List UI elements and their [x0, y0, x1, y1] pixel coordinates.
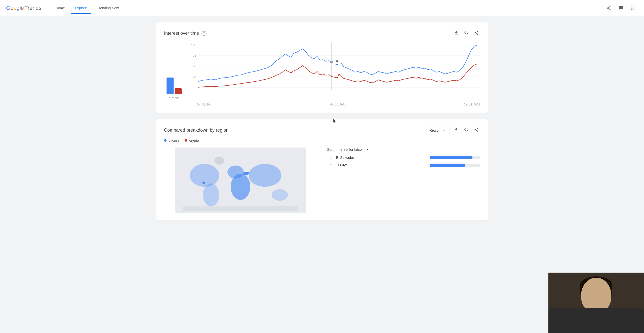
average-bars: [167, 76, 182, 94]
svg-point-14: [249, 164, 281, 187]
nav-home[interactable]: Home: [52, 4, 69, 12]
world-map-area: [164, 147, 317, 213]
interest-card-title: Interest over time: [164, 31, 199, 36]
x-axis-labels: Jun 16, 20... Mar 14, 2021 Dec 11, 2022: [189, 101, 480, 106]
download-region-icon[interactable]: [453, 126, 460, 134]
legend-label-crypto: crypto: [189, 138, 199, 142]
legend-label-bitcoin: bitcoin: [169, 138, 179, 142]
chevron-down-icon: [442, 128, 446, 132]
svg-point-13: [227, 166, 244, 179]
svg-point-16: [203, 183, 219, 206]
nav-explore[interactable]: Explore: [71, 4, 91, 12]
download-icon[interactable]: [453, 29, 460, 38]
embed-region-icon[interactable]: [463, 126, 470, 134]
chart-container: Average 100 75 50 25: [164, 43, 480, 106]
region-card-title: Compared breakdown by region: [164, 128, 228, 133]
region-dropdown[interactable]: Region: [426, 127, 450, 134]
rank-bar-container-1: [430, 156, 480, 159]
apps-icon[interactable]: [628, 3, 638, 13]
svg-text:25: 25: [193, 75, 197, 79]
sort-row: Sort: Interest for bitcoin: [327, 147, 480, 152]
google-logo: Google: [6, 5, 24, 11]
region-breakdown-card: Compared breakdown by region Region: [156, 119, 488, 220]
main-nav: Home Explore Trending Now: [52, 4, 604, 12]
rank-country-2: Türkiye: [336, 163, 426, 167]
avg-bar-bitcoin: [167, 78, 174, 94]
x-label-0: Jun 16, 20...: [197, 103, 212, 106]
card-title-row: Interest over time ?: [164, 31, 207, 36]
logo-area: Google Trends: [6, 5, 42, 11]
sort-chevron-icon: [366, 147, 370, 152]
rank-bar-container-2: [430, 164, 480, 167]
face-head: [581, 278, 611, 313]
sort-dropdown[interactable]: Interest for bitcoin: [337, 147, 370, 152]
legend-crypto: crypto: [185, 138, 199, 142]
svg-text:75: 75: [193, 54, 197, 57]
legend-row: bitcoin crypto: [164, 138, 480, 142]
rankings-area: Sort: Interest for bitcoin 1 El Salvador: [327, 147, 480, 213]
time-series-chart: 100 75 50 25 39: [189, 43, 480, 100]
nav-trending[interactable]: Trending Now: [93, 4, 123, 12]
legend-bitcoin: bitcoin: [164, 138, 179, 142]
legend-dot-bitcoin: [164, 139, 167, 142]
legend-dot-crypto: [185, 139, 187, 142]
crypto-line: [198, 64, 477, 87]
svg-text:50: 50: [193, 65, 197, 68]
rank-number-1: 1: [327, 156, 332, 160]
sort-label: Sort:: [327, 147, 335, 152]
rank-bar-2: [430, 164, 465, 167]
svg-point-18: [214, 157, 224, 165]
average-label: Average: [169, 96, 179, 99]
rank-country-1: El Salvador: [336, 156, 426, 160]
svg-point-21: [243, 172, 249, 175]
share-icon[interactable]: [604, 3, 614, 13]
sort-value: Interest for bitcoin: [337, 147, 365, 152]
rank-number-2: 2: [327, 163, 332, 167]
tooltip-marker: [330, 61, 333, 63]
chart-sidebar: Average: [164, 76, 184, 106]
interest-over-time-card: Interest over time ?: [156, 22, 488, 113]
webcam-face: [548, 273, 644, 333]
x-label-2: Dec 11, 2022: [464, 103, 480, 106]
card-header-interest: Interest over time ?: [164, 29, 480, 38]
world-map-svg: [175, 147, 306, 213]
message-icon[interactable]: [616, 3, 626, 13]
ranking-item-2: 2 Türkiye: [327, 163, 480, 167]
trends-logo-text: Trends: [24, 5, 42, 11]
chart-main: 100 75 50 25 39 Jun: [189, 43, 480, 106]
region-dropdown-label: Region: [429, 128, 440, 132]
x-label-1: Mar 14, 2021: [330, 103, 346, 106]
share-region-icon[interactable]: [473, 126, 480, 134]
main-content: Interest over time ?: [146, 16, 498, 232]
webcam-overlay: [548, 273, 644, 333]
header: Google Trends Home Explore Trending Now: [0, 0, 644, 16]
rank-bar-1: [430, 156, 472, 159]
card-actions-region: Region: [426, 126, 480, 134]
svg-point-17: [272, 189, 288, 201]
face-shirt: [548, 308, 644, 333]
svg-point-20: [203, 181, 205, 184]
card-header-region: Compared breakdown by region Region: [164, 126, 480, 134]
share-interest-icon[interactable]: [473, 29, 480, 38]
ranking-item-1: 1 El Salvador: [327, 156, 480, 160]
embed-icon[interactable]: [463, 29, 470, 38]
region-content: Sort: Interest for bitcoin 1 El Salvador: [164, 147, 480, 213]
svg-text:100: 100: [191, 44, 197, 47]
svg-text:39: 39: [335, 60, 339, 63]
avg-bar-crypto: [175, 88, 182, 94]
help-icon[interactable]: ?: [202, 31, 207, 36]
card-actions-interest: [453, 29, 480, 38]
header-actions: [604, 3, 638, 13]
svg-rect-19: [183, 206, 298, 211]
